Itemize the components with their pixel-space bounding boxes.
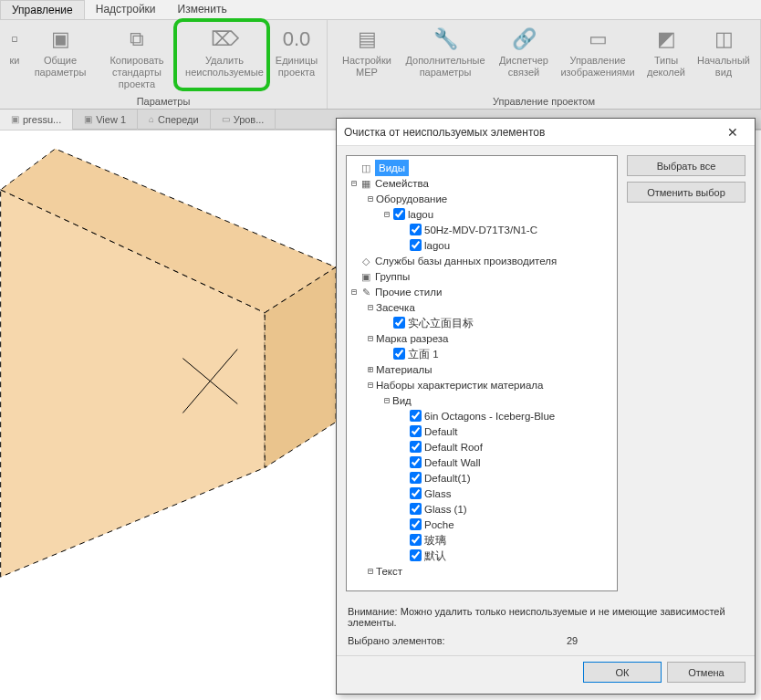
expand-icon[interactable]: ⊟ <box>365 563 376 580</box>
copy-icon: ⧉ <box>122 24 151 53</box>
links-icon: 🔗 <box>509 24 538 53</box>
ribbon-btn-mep[interactable]: ▤ НастройкиMEP <box>334 20 400 78</box>
view-tab-1[interactable]: ▣View 1 <box>73 110 138 130</box>
ribbon-btn-partial[interactable]: ▫ ки <box>2 20 27 67</box>
tree-views[interactable]: Виды <box>375 160 409 176</box>
purge-tree[interactable]: ◫Виды ⊟▦Семейства ⊟Оборудование ⊟lagou 5… <box>346 155 618 591</box>
tree-hatch1[interactable]: 实心立面目标 <box>408 315 474 331</box>
ribbon-btn-units[interactable]: 0.0 Единицыпроекта <box>268 20 325 78</box>
dialog-warning: Внимание: Можно удалить только неиспольз… <box>348 606 744 628</box>
tree-groups[interactable]: Группы <box>375 268 410 285</box>
dialog-titlebar[interactable]: Очистка от неиспользуемых элементов ✕ <box>337 119 755 146</box>
tab-manage[interactable]: Управление <box>0 0 85 19</box>
ribbon-btn-additional[interactable]: 🔧 Дополнительныепараметры <box>400 20 491 78</box>
ribbon-btn-images[interactable]: ▭ Управлениеизображениями <box>557 20 639 78</box>
tree-m7[interactable]: Poche <box>424 517 454 533</box>
tree-families[interactable]: Семейства <box>375 175 429 192</box>
start-view-icon: ◫ <box>709 24 738 53</box>
tree-check[interactable] <box>410 224 422 235</box>
cancel-button[interactable]: Отмена <box>667 662 745 683</box>
tree-check[interactable] <box>410 239 422 251</box>
tree-check[interactable] <box>410 534 422 546</box>
tree-section[interactable]: Марка разреза <box>376 330 449 347</box>
tree-hatch[interactable]: Засечка <box>376 299 415 316</box>
ribbon-btn-general-params[interactable]: ▣ Общиепараметры <box>27 20 93 78</box>
tree-check[interactable] <box>410 441 422 453</box>
expand-icon[interactable]: ⊟ <box>365 299 376 316</box>
tree-equipment[interactable]: Оборудование <box>376 191 447 207</box>
dialog-title-text: Очистка от неиспользуемых элементов <box>344 126 545 139</box>
units-icon: 0.0 <box>282 24 311 53</box>
tree-check[interactable] <box>410 487 422 499</box>
tree-check[interactable] <box>410 456 422 468</box>
tree-check[interactable] <box>410 503 422 515</box>
tree-m6[interactable]: Glass (1) <box>424 501 467 517</box>
tree-check[interactable] <box>393 317 405 329</box>
view-tab-2[interactable]: ⌂Спереди <box>138 110 211 130</box>
dialog-side-buttons: Выбрать все Отменить выбор <box>627 155 745 591</box>
plan-icon: ▭ <box>222 114 230 124</box>
dialog-close-button[interactable]: ✕ <box>718 121 747 143</box>
view-tab-3[interactable]: ▭Уров... <box>211 110 276 130</box>
tree-m5[interactable]: Glass <box>424 486 451 502</box>
cube-icon: ▣ <box>11 114 19 124</box>
generic-icon: ▫ <box>0 24 29 53</box>
expand-icon[interactable]: ⊟ <box>349 284 360 300</box>
tree-m9[interactable]: 默认 <box>424 548 446 564</box>
expand-icon[interactable]: ⊟ <box>365 191 376 207</box>
ok-button[interactable]: ОК <box>583 662 662 683</box>
select-all-button[interactable]: Выбрать все <box>627 155 745 176</box>
tree-lagou[interactable]: lagou <box>408 206 433 223</box>
view-tab-0[interactable]: ▣pressu... <box>0 110 73 130</box>
tree-lagou2[interactable]: lagou <box>424 237 450 254</box>
views-icon: ◫ <box>360 160 372 176</box>
tree-m4[interactable]: Default(1) <box>424 470 471 486</box>
family-icon: ▦ <box>360 175 372 192</box>
expand-icon[interactable]: ⊟ <box>381 392 392 409</box>
wrench-icon: 🔧 <box>431 24 460 53</box>
expand-icon[interactable]: ⊟ <box>349 175 360 192</box>
ribbon-group-label-project: Управление проектом <box>329 96 758 109</box>
ribbon-btn-links[interactable]: 🔗 Диспетчерсвязей <box>491 20 557 78</box>
tree-text[interactable]: Текст <box>376 563 402 580</box>
expand-icon[interactable]: ⊟ <box>381 206 392 223</box>
tree-m3[interactable]: Default Wall <box>424 454 481 471</box>
tree-m1[interactable]: Default <box>424 423 457 440</box>
tree-matsets[interactable]: Наборы характеристик материала <box>376 377 543 393</box>
tab-modify[interactable]: Изменить <box>167 0 238 19</box>
tree-m2[interactable]: Default Roof <box>424 439 483 455</box>
settings-icon: ▣ <box>46 24 75 53</box>
tree-check[interactable] <box>410 472 422 484</box>
tree-check[interactable] <box>410 410 422 422</box>
tree-check[interactable] <box>393 348 405 360</box>
ribbon-group-label-params: Параметры <box>2 96 325 109</box>
tree-mfg[interactable]: Службы базы данных производителя <box>375 253 557 269</box>
tree-styles[interactable]: Прочие стили <box>375 284 442 300</box>
tree-check[interactable] <box>410 518 422 530</box>
tree-m0[interactable]: 6in Octagons - Iceberg-Blue <box>424 408 555 424</box>
tree-50hz[interactable]: 50Hz-MDV-D71T3/N1-C <box>424 222 537 238</box>
tree-section1[interactable]: 立面 1 <box>408 346 439 362</box>
ribbon-body: ▫ ки ▣ Общиепараметры ⧉ Копироватьстанда… <box>0 20 761 110</box>
mep-icon: ▤ <box>352 24 381 53</box>
group-icon: ▣ <box>360 268 372 285</box>
db-icon: ◇ <box>360 253 372 269</box>
count-label: Выбрано элементов: <box>348 635 567 646</box>
tab-addins[interactable]: Надстройки <box>85 0 167 19</box>
deselect-all-button[interactable]: Отменить выбор <box>627 182 745 203</box>
tree-m8[interactable]: 玻璃 <box>424 532 446 549</box>
tree-appearance[interactable]: Вид <box>392 392 412 409</box>
ribbon-btn-decals[interactable]: ◩ Типыдеколей <box>639 20 693 78</box>
ribbon-btn-copy-standards[interactable]: ⧉ Копироватьстандарты проекта <box>93 20 181 90</box>
ribbon-btn-start-view[interactable]: ◫ Начальныйвид <box>693 20 754 78</box>
ribbon-btn-purge-unused[interactable]: ⌦ Удалитьнеиспользуемые <box>181 20 268 78</box>
tree-check[interactable] <box>393 208 405 220</box>
expand-icon[interactable]: ⊞ <box>365 361 376 378</box>
decal-icon: ◩ <box>652 24 681 53</box>
expand-icon[interactable]: ⊟ <box>365 330 376 347</box>
tree-check[interactable] <box>410 549 422 561</box>
tree-materials[interactable]: Материалы <box>376 361 433 378</box>
tree-check[interactable] <box>410 425 422 437</box>
purge-icon: ⌦ <box>210 24 239 53</box>
expand-icon[interactable]: ⊟ <box>365 377 376 393</box>
